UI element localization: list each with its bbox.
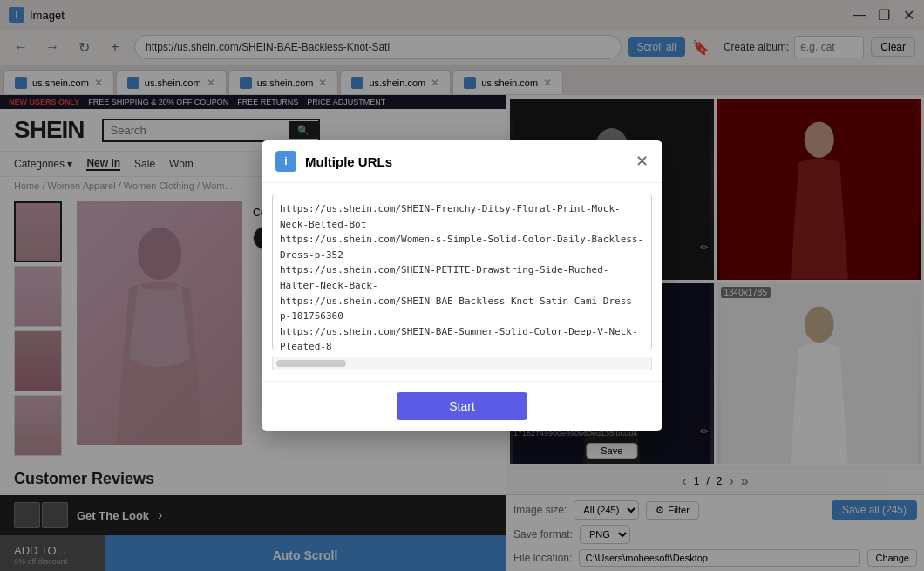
modal-footer: Start xyxy=(262,381,662,431)
start-button[interactable]: Start xyxy=(397,392,527,420)
modal-scrollbar-thumb xyxy=(276,360,346,367)
modal-body xyxy=(262,183,662,381)
modal-header: i Multiple URLs ✕ xyxy=(262,140,662,183)
modal-close-button[interactable]: ✕ xyxy=(635,152,649,171)
urls-textarea[interactable] xyxy=(272,194,652,350)
modal-icon: i xyxy=(275,151,296,172)
modal-overlay: i Multiple URLs ✕ Start xyxy=(0,0,924,571)
modal-scrollbar[interactable] xyxy=(272,357,652,370)
modal-title: Multiple URLs xyxy=(305,154,627,169)
modal-icon-label: i xyxy=(284,155,287,167)
multiple-urls-modal: i Multiple URLs ✕ Start xyxy=(262,140,662,431)
